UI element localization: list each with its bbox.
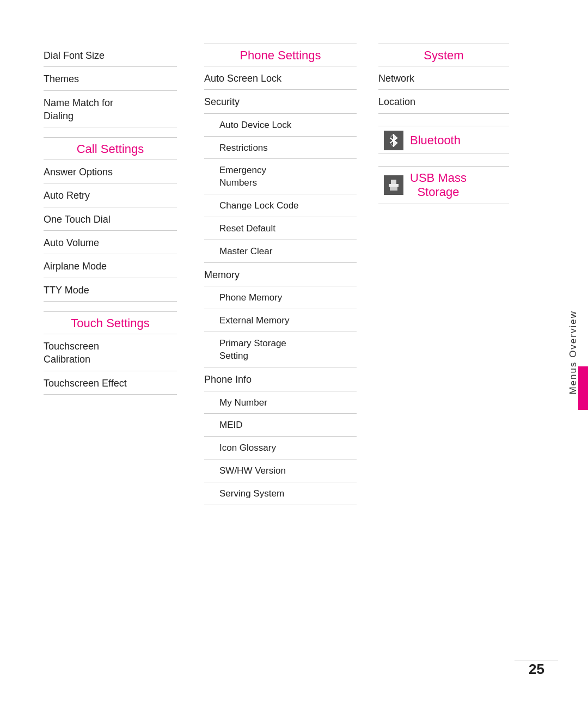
menu-item-security[interactable]: Security — [204, 90, 357, 113]
menu-item-auto-screen-lock[interactable]: Auto Screen Lock — [204, 66, 357, 90]
middle-column: Phone Settings Auto Screen Lock Security… — [193, 44, 367, 505]
usb-icon — [384, 175, 403, 195]
menu-item-change-lock-code[interactable]: Change Lock Code — [204, 194, 357, 217]
call-settings-section: Call Settings Answer Options Auto Retry … — [44, 137, 177, 302]
menu-item-master-clear[interactable]: Master Clear — [204, 240, 357, 263]
menu-item-dial-font-size[interactable]: Dial Font Size — [44, 44, 177, 67]
menu-item-reset-default[interactable]: Reset Default — [204, 217, 357, 240]
bluetooth-label: Bluetooth — [410, 133, 461, 148]
left-column: Dial Font Size Themes Name Match forDial… — [33, 44, 193, 395]
side-label-container: Menus Overview — [558, 0, 588, 705]
svg-line-4 — [390, 138, 394, 140]
system-header: System — [378, 44, 509, 66]
svg-rect-7 — [391, 180, 396, 184]
menu-item-touchscreen-effect[interactable]: Touchscreen Effect — [44, 371, 177, 395]
menu-item-emergency-numbers[interactable]: EmergencyNumbers — [204, 159, 357, 194]
menu-item-one-touch-dial[interactable]: One Touch Dial — [44, 207, 177, 231]
menu-item-memory[interactable]: Memory — [204, 263, 357, 286]
svg-rect-8 — [389, 184, 399, 187]
bluetooth-section: Bluetooth — [378, 126, 509, 154]
menu-item-auto-retry[interactable]: Auto Retry — [44, 183, 177, 207]
menu-item-my-number[interactable]: My Number — [204, 391, 357, 414]
menu-item-touchscreen-calibration[interactable]: TouchscreenCalibration — [44, 334, 177, 371]
call-settings-header: Call Settings — [44, 137, 177, 160]
phone-settings-header: Phone Settings — [204, 44, 357, 66]
menu-item-answer-options[interactable]: Answer Options — [44, 160, 177, 183]
menu-item-phone-memory[interactable]: Phone Memory — [204, 286, 357, 309]
menu-item-meid[interactable]: MEID — [204, 414, 357, 437]
svg-rect-9 — [390, 187, 397, 191]
menu-item-auto-volume[interactable]: Auto Volume — [44, 231, 177, 254]
system-section: System Network Location — [378, 44, 509, 114]
menu-item-auto-device-lock[interactable]: Auto Device Lock — [204, 114, 357, 137]
menu-item-serving-system[interactable]: Serving System — [204, 482, 357, 505]
svg-line-5 — [390, 140, 394, 143]
page-number-line — [514, 660, 558, 660]
menu-item-phone-info[interactable]: Phone Info — [204, 367, 357, 391]
bluetooth-header: Bluetooth — [378, 126, 509, 154]
menu-item-tty-mode[interactable]: TTY Mode — [44, 278, 177, 302]
top-items-list: Dial Font Size Themes Name Match forDial… — [44, 44, 177, 127]
menu-item-location[interactable]: Location — [378, 90, 509, 113]
phone-settings-section: Phone Settings Auto Screen Lock Security… — [204, 44, 357, 505]
right-column: System Network Location — [367, 44, 520, 204]
menu-item-sw-hw-version[interactable]: SW/HW Version — [204, 459, 357, 482]
menu-item-network[interactable]: Network — [378, 66, 509, 90]
side-label: Menus Overview — [568, 310, 579, 395]
bluetooth-icon — [384, 131, 403, 150]
pink-tab-marker — [578, 366, 588, 410]
menu-item-themes[interactable]: Themes — [44, 67, 177, 90]
menu-item-name-match[interactable]: Name Match forDialing — [44, 91, 177, 128]
page-number: 25 — [529, 661, 544, 678]
touch-settings-section: Touch Settings TouchscreenCalibration To… — [44, 311, 177, 395]
menu-item-airplane-mode[interactable]: Airplane Mode — [44, 254, 177, 278]
menu-item-restrictions[interactable]: Restrictions — [204, 137, 357, 160]
usb-section: USB MassStorage — [378, 166, 509, 204]
touch-settings-header: Touch Settings — [44, 311, 177, 334]
menu-item-external-memory[interactable]: External Memory — [204, 309, 357, 332]
menu-item-primary-storage[interactable]: Primary StorageSetting — [204, 332, 357, 367]
menu-item-icon-glossary[interactable]: Icon Glossary — [204, 437, 357, 459]
usb-header: USB MassStorage — [378, 166, 509, 204]
usb-label: USB MassStorage — [410, 171, 467, 199]
